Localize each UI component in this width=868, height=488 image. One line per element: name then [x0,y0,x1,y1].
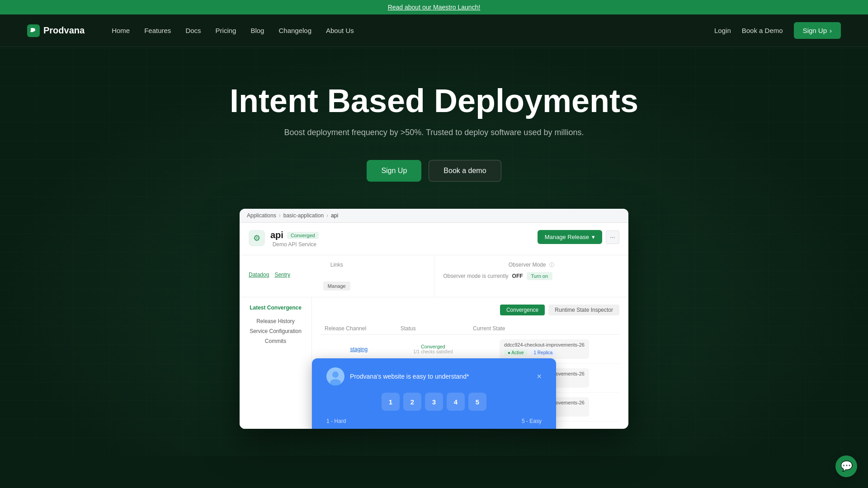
sidebar-item-commits[interactable]: Commits [247,336,304,346]
nav-signup-button[interactable]: Sign Up › [794,22,841,39]
observer-row: Observer mode is currently OFF Turn on [443,272,620,280]
sidebar-header: Latest Convergence [247,305,304,311]
svg-point-2 [332,371,339,378]
observer-status-value: OFF [512,273,523,279]
manage-release-button[interactable]: Manage Release ▾ [538,230,602,244]
scale-btn-2[interactable]: 2 [403,393,421,411]
nav-features[interactable]: Features [144,27,171,34]
label-easy: 5 - Easy [522,418,542,424]
service-header-left: ⚙ api Converged Demo API Service [249,230,319,248]
scale-btn-1[interactable]: 1 [382,393,400,411]
logo[interactable]: Prodvana [27,24,85,37]
logo-text: Prodvana [43,25,85,36]
chat-bubble-button[interactable]: 💬 [835,455,857,477]
feedback-header: Prodvana's website is easy to understand… [326,367,542,385]
feedback-scale: 1 2 3 4 5 [382,393,486,411]
feedback-avatar [326,367,344,385]
nav-about[interactable]: About Us [326,27,354,34]
col-status: Status [397,323,469,335]
nav-blog[interactable]: Blog [250,27,264,34]
observer-info-icon: ⓘ [549,262,554,267]
hero-title: Intent Based Deployments [9,83,859,119]
datadog-link[interactable]: Datadog [249,272,269,278]
service-name-row: api Converged [270,230,319,240]
more-options-button[interactable]: ··· [606,230,619,244]
scale-btn-4[interactable]: 4 [447,393,465,411]
logo-icon [27,24,40,37]
sidebar-item-release-history[interactable]: Release History [247,316,304,326]
hero-subtitle: Boost deployment frequency by >50%. Trus… [9,128,859,137]
announcement-link[interactable]: Read about our Maestro Launch! [388,4,481,11]
service-header: ⚙ api Converged Demo API Service Manage … [240,223,628,255]
col-current-state: Current State [469,323,619,335]
channel-link-0[interactable]: staging [350,346,368,352]
turn-on-button[interactable]: Turn on [527,272,553,280]
dashboard-tabs: Convergence Runtime State Inspector [321,305,619,315]
service-description: Demo API Service [270,241,319,248]
col-release-channel: Release Channel [321,323,397,335]
hero-buttons: Sign Up Book a demo [9,160,859,182]
nav-links: Home Features Docs Pricing Blog Changelo… [112,27,714,35]
navbar: Prodvana Home Features Docs Pricing Blog… [0,14,868,47]
hero-section: Intent Based Deployments Boost deploymen… [0,47,868,456]
breadcrumb-sep-2: › [326,212,328,219]
links-title: Links [249,262,425,268]
scale-btn-5[interactable]: 5 [468,393,486,411]
observer-section: Observer Mode ⓘ Observer mode is current… [434,255,629,297]
feedback-close-button[interactable]: × [537,372,542,380]
nav-home[interactable]: Home [112,27,130,34]
nav-changelog[interactable]: Changelog [278,27,311,34]
tab-convergence[interactable]: Convergence [500,305,545,315]
status-converged-0: Converged [401,344,466,349]
chat-icon: 💬 [840,460,853,472]
nav-pricing[interactable]: Pricing [216,27,236,34]
breadcrumb: Applications › basic-application › api [240,209,628,223]
service-info: api Converged Demo API Service [270,230,319,248]
sentry-link[interactable]: Sentry [274,272,290,278]
links-section: Links Datadog Sentry Manage [240,255,434,297]
announcement-bar: Read about our Maestro Launch! [0,0,868,14]
status-checks-0: 1/1 checks satisfied [401,349,466,354]
state-badges-0: ● Active 1 Replica [504,349,585,356]
avatar-image [326,367,344,385]
nav-right: Login Book a Demo Sign Up › [714,22,841,39]
nav-docs[interactable]: Docs [185,27,201,34]
state-commit-0: ddcc924-checkout-improvements-26 [504,342,585,347]
info-row: Links Datadog Sentry Manage Observer Mod… [240,255,628,297]
observer-status-text: Observer mode is currently [443,273,509,279]
service-icon: ⚙ [249,230,265,246]
links-list: Datadog Sentry [249,272,425,278]
sidebar-item-service-config[interactable]: Service Configuration [247,326,304,336]
breadcrumb-applications[interactable]: Applications [247,212,276,219]
breadcrumb-app[interactable]: basic-application [283,212,324,219]
service-header-right: Manage Release ▾ ··· [538,230,619,244]
manage-links-button[interactable]: Manage [323,282,350,291]
observer-title: Observer Mode ⓘ [443,262,620,268]
service-name-text: api [270,230,283,240]
hero-book-demo-button[interactable]: Book a demo [429,160,501,182]
breadcrumb-sep-1: › [279,212,281,219]
breadcrumb-current: api [331,212,338,219]
tab-runtime-state[interactable]: Runtime State Inspector [548,305,619,315]
nav-book-demo-link[interactable]: Book a Demo [742,27,783,34]
feedback-labels: 1 - Hard 5 - Easy [326,418,542,424]
badge-active-0: ● Active [504,349,528,356]
badge-replica-0: 1 Replica [530,349,557,356]
feedback-message: Prodvana's website is easy to understand… [350,373,469,380]
feedback-widget: Prodvana's website is easy to understand… [312,358,556,429]
label-hard: 1 - Hard [326,418,346,424]
dashboard-preview: Applications › basic-application › api ⚙… [240,209,628,429]
hero-signup-button[interactable]: Sign Up [367,160,421,182]
login-link[interactable]: Login [714,27,731,34]
dashboard-sidebar: Latest Convergence Release History Servi… [240,297,312,429]
state-pill-0: ddcc924-checkout-improvements-26 ● Activ… [500,339,589,359]
converged-badge: Converged [287,232,319,239]
scale-btn-3[interactable]: 3 [425,393,443,411]
